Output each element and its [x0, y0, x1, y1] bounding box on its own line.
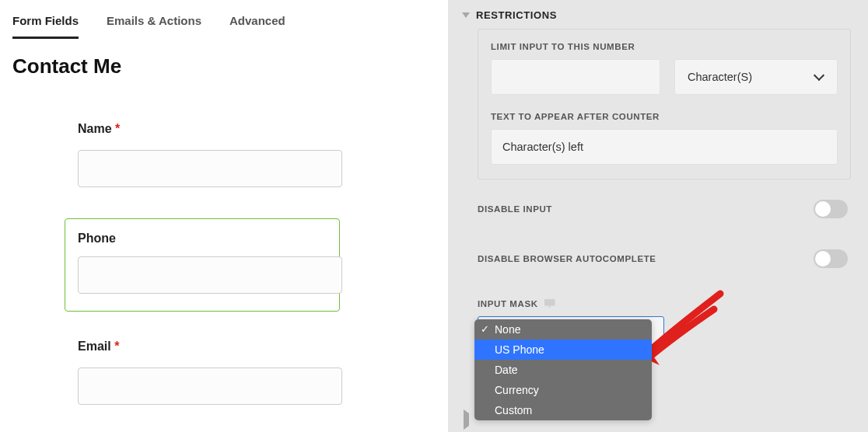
- restrictions-header[interactable]: RESTRICTIONS: [448, 0, 868, 29]
- input-mask-label: INPUT MASK: [478, 299, 538, 308]
- input-mask-section: INPUT MASK None US Phone Date Currency C…: [448, 299, 868, 346]
- mask-option-custom[interactable]: Custom: [474, 400, 652, 420]
- settings-panel: RESTRICTIONS LIMIT INPUT TO THIS NUMBER …: [448, 0, 868, 432]
- tabs-bar: Form Fields Emails & Actions Advanced: [12, 8, 436, 39]
- name-input[interactable]: [78, 150, 342, 187]
- mask-option-us-phone[interactable]: US Phone: [474, 340, 652, 360]
- email-input[interactable]: [78, 368, 342, 405]
- mask-option-date[interactable]: Date: [474, 360, 652, 380]
- chevron-down-icon: [462, 12, 470, 18]
- required-asterisk: *: [114, 340, 119, 353]
- chevron-down-icon: [814, 71, 824, 82]
- field-phone-selected[interactable]: Phone: [65, 218, 340, 312]
- counter-text-input[interactable]: Character(s) left: [491, 129, 838, 165]
- tab-emails-actions[interactable]: Emails & Actions: [107, 8, 201, 39]
- limit-unit-value: Character(S): [688, 71, 752, 83]
- disable-input-row: DISABLE INPUT: [448, 200, 868, 218]
- disable-autocomplete-label: DISABLE BROWSER AUTOCOMPLETE: [478, 254, 656, 263]
- field-name[interactable]: Name *: [78, 122, 327, 187]
- mask-option-none[interactable]: None: [474, 319, 652, 340]
- limit-unit-select[interactable]: Character(S): [674, 59, 838, 95]
- disable-input-label: DISABLE INPUT: [478, 204, 552, 214]
- field-phone-label: Phone: [78, 232, 327, 246]
- limit-section: LIMIT INPUT TO THIS NUMBER Character(S) …: [478, 29, 851, 179]
- tab-form-fields[interactable]: Form Fields: [12, 8, 79, 39]
- phone-input[interactable]: [78, 256, 342, 294]
- limit-number-input[interactable]: [491, 59, 660, 95]
- input-mask-dropdown: None US Phone Date Currency Custom: [474, 319, 652, 420]
- tooltip-icon[interactable]: [544, 299, 555, 308]
- disable-autocomplete-row: DISABLE BROWSER AUTOCOMPLETE: [448, 249, 868, 268]
- chevron-right-icon[interactable]: [464, 413, 469, 426]
- field-email[interactable]: Email *: [78, 340, 327, 405]
- disable-input-toggle[interactable]: [814, 200, 848, 218]
- required-asterisk: *: [115, 122, 120, 135]
- form-title: Contact Me: [12, 54, 436, 78]
- limit-input-label: LIMIT INPUT TO THIS NUMBER: [491, 42, 838, 51]
- mask-option-currency[interactable]: Currency: [474, 380, 652, 400]
- counter-text-label: TEXT TO APPEAR AFTER COUNTER: [491, 112, 838, 121]
- disable-autocomplete-toggle[interactable]: [814, 249, 848, 268]
- field-name-label: Name *: [78, 122, 327, 136]
- tab-advanced[interactable]: Advanced: [229, 8, 285, 39]
- field-email-label: Email *: [78, 340, 327, 354]
